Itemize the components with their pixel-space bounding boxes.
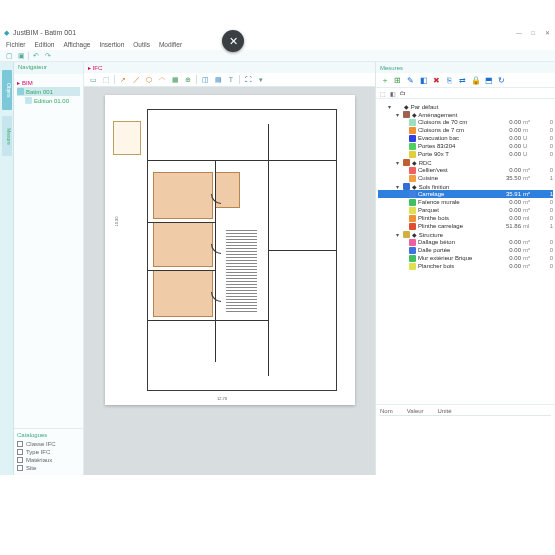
catalogues-panel: Catalogues Classe IFC Type IFC Matériaux… <box>14 428 83 475</box>
tree-row[interactable]: Faïence murale0.00m²0 <box>378 198 553 206</box>
canvas-viewport[interactable]: 10.90 12.70 <box>84 87 375 475</box>
tree-row[interactable]: Cloisons de 7 cm0.00m0 <box>378 126 553 134</box>
tool-grid-icon[interactable]: ▤ <box>213 75 223 85</box>
results-title: Mesures <box>380 65 403 71</box>
menu-fichier[interactable]: Fichier <box>6 41 26 48</box>
tree-row[interactable]: ▾◆ RDC <box>378 158 553 166</box>
tree-row[interactable]: Dallage béton0.00m²0 <box>378 238 553 246</box>
sidetab-objets[interactable]: Objets <box>2 70 12 110</box>
tree-row[interactable]: Plancher bois0.00m²0 <box>378 262 553 270</box>
side-tabstrip: Objets Mesure <box>0 62 14 475</box>
properties-panel: Nom Valeur Unité <box>376 405 555 475</box>
catalog-row[interactable]: Matériaux <box>17 456 80 464</box>
rtool-refresh-icon[interactable]: ↻ <box>496 75 507 86</box>
rtool-delete-icon[interactable]: ✖ <box>431 75 442 86</box>
plan-legend <box>113 121 141 155</box>
maximize-button[interactable]: □ <box>529 29 537 37</box>
tool-text-icon[interactable]: T <box>226 75 236 85</box>
drawing-area: ▸ IFC ▭ ⬚ ↗ ／ ⬡ ◠ ▦ ⊕ ◫ ▤ T ⛶ ▾ <box>84 62 375 475</box>
tool-poly-icon[interactable]: ⬡ <box>144 75 154 85</box>
tool-open-icon[interactable]: ▣ <box>16 51 26 61</box>
main-toolbar: ▢ ▣ ↶ ↷ <box>0 50 555 62</box>
menu-outils[interactable]: Outils <box>133 41 150 48</box>
navigator-title: Navigateur <box>14 62 83 74</box>
tool-layer-icon[interactable]: ◫ <box>200 75 210 85</box>
nav-item-edition[interactable]: Edition 01.00 <box>17 96 80 105</box>
catalog-row[interactable]: Site <box>17 464 80 472</box>
overlay-close-button[interactable]: ✕ <box>222 30 244 52</box>
tree-row[interactable]: Cuisine35.50m²1 <box>378 174 553 182</box>
tree-row[interactable]: Plinthe carrelage51.86ml1 <box>378 222 553 230</box>
floorplan-page: 10.90 12.70 <box>105 95 355 405</box>
tree-row[interactable]: Cloisons de 70 cm0.00m²0 <box>378 118 553 126</box>
rtool-edit-icon[interactable]: ✎ <box>405 75 416 86</box>
tool-redo-icon[interactable]: ↷ <box>43 51 53 61</box>
drawing-toolbar: ▭ ⬚ ↗ ／ ⬡ ◠ ▦ ⊕ ◫ ▤ T ⛶ ▾ <box>84 73 375 87</box>
menu-affichage[interactable]: Affichage <box>63 41 90 48</box>
tree-row[interactable]: Parquet0.00m²0 <box>378 206 553 214</box>
rtool-add-icon[interactable]: ＋ <box>379 75 390 86</box>
results-tree: ▾◆ Par défaut▾◆ AménagementCloisons de 7… <box>376 99 555 405</box>
catalog-row[interactable]: Type IFC <box>17 448 80 456</box>
nav-item-project[interactable]: Batim 001 <box>17 87 80 96</box>
application-window: ◆ JustBIM - Batim 001 — □ ✕ Fichier Edit… <box>0 26 555 475</box>
menu-insertion[interactable]: Insertion <box>99 41 124 48</box>
rtool-copy-icon[interactable]: ⎘ <box>444 75 455 86</box>
rtool-move-icon[interactable]: ⇄ <box>457 75 468 86</box>
tree-row[interactable]: Mur extérieur Brique0.00m²0 <box>378 254 553 262</box>
rtab-1[interactable]: ⬚ <box>380 90 386 97</box>
tree-row[interactable]: ▾◆ Structure <box>378 230 553 238</box>
tool-pan-icon[interactable]: ⬚ <box>101 75 111 85</box>
tool-measure-icon[interactable]: ↗ <box>118 75 128 85</box>
tree-row[interactable]: ▾◆ Aménagement <box>378 110 553 118</box>
doc-tab[interactable]: ▸ IFC <box>88 64 102 71</box>
rtool-export-icon[interactable]: ⬒ <box>483 75 494 86</box>
tool-line-icon[interactable]: ／ <box>131 75 141 85</box>
tree-row[interactable]: Carrelage35.91m²1 <box>378 190 553 198</box>
close-button[interactable]: ✕ <box>543 29 551 37</box>
tree-row[interactable]: ▾◆ Sols finition <box>378 182 553 190</box>
tree-row[interactable]: Portes 83/2040.00U0 <box>378 142 553 150</box>
app-icon: ◆ <box>4 29 9 37</box>
menubar: Fichier Edition Affichage Insertion Outi… <box>0 39 555 50</box>
navigator-panel: Navigateur ▸ BIM Batim 001 Edition 01.00… <box>14 62 84 475</box>
tree-row[interactable]: ▾◆ Par défaut <box>378 102 553 110</box>
window-title: JustBIM - Batim 001 <box>13 29 76 36</box>
nav-tab-bim[interactable]: ▸ BIM <box>17 78 80 87</box>
titlebar: ◆ JustBIM - Batim 001 — □ ✕ <box>0 26 555 39</box>
tool-zoomfit-icon[interactable]: ⛶ <box>243 75 253 85</box>
tool-arc-icon[interactable]: ◠ <box>157 75 167 85</box>
tool-count-icon[interactable]: ⊕ <box>183 75 193 85</box>
rtool-lock-icon[interactable]: 🔒 <box>470 75 481 86</box>
tool-area-icon[interactable]: ▦ <box>170 75 180 85</box>
rtab-3[interactable]: 🗀 <box>400 90 406 96</box>
sidetab-mesure[interactable]: Mesure <box>2 116 12 156</box>
rtool-addfolder-icon[interactable]: ⊞ <box>392 75 403 86</box>
tool-new-icon[interactable]: ▢ <box>4 51 14 61</box>
tree-row[interactable]: Porte 90x T0.00U0 <box>378 150 553 158</box>
results-panel: Mesures ＋ ⊞ ✎ ◧ ✖ ⎘ ⇄ 🔒 ⬒ ↻ ⬚ ◧ 🗀 ▾◆ Par… <box>375 62 555 475</box>
menu-edition[interactable]: Edition <box>35 41 55 48</box>
tree-row[interactable]: Dalle portée0.00m²0 <box>378 246 553 254</box>
tree-row[interactable]: Plinthe bois0.00ml0 <box>378 214 553 222</box>
tool-dropdown-icon[interactable]: ▾ <box>256 75 266 85</box>
rtool-color-icon[interactable]: ◧ <box>418 75 429 86</box>
tree-row[interactable]: Cellier/vest0.00m²0 <box>378 166 553 174</box>
tool-select-icon[interactable]: ▭ <box>88 75 98 85</box>
minimize-button[interactable]: — <box>515 29 523 37</box>
tree-row[interactable]: Evacuation bac0.00U0 <box>378 134 553 142</box>
rtab-2[interactable]: ◧ <box>390 90 396 97</box>
results-toolbar: ＋ ⊞ ✎ ◧ ✖ ⎘ ⇄ 🔒 ⬒ ↻ <box>376 73 555 88</box>
menu-modifier[interactable]: Modifier <box>159 41 182 48</box>
catalog-row[interactable]: Classe IFC <box>17 440 80 448</box>
tool-undo-icon[interactable]: ↶ <box>31 51 41 61</box>
